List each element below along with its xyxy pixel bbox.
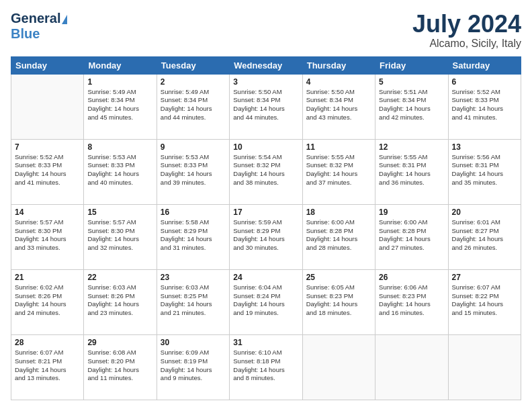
calendar-cell: 16Sunrise: 5:58 AM Sunset: 8:29 PM Dayli… (157, 204, 229, 269)
day-number: 7 (15, 142, 80, 152)
day-number: 18 (306, 208, 371, 217)
day-info: Sunrise: 5:52 AM Sunset: 8:33 PM Dayligh… (452, 88, 517, 122)
day-info: Sunrise: 5:56 AM Sunset: 8:31 PM Dayligh… (452, 153, 517, 187)
calendar-cell: 12Sunrise: 5:55 AM Sunset: 8:31 PM Dayli… (375, 139, 448, 204)
day-number: 20 (452, 208, 517, 217)
day-number: 28 (15, 338, 80, 347)
day-info: Sunrise: 5:50 AM Sunset: 8:34 PM Dayligh… (306, 88, 371, 122)
day-number: 26 (379, 273, 444, 282)
calendar-cell: 29Sunrise: 6:08 AM Sunset: 8:20 PM Dayli… (84, 334, 157, 400)
day-info: Sunrise: 6:07 AM Sunset: 8:22 PM Dayligh… (452, 283, 517, 318)
logo-general: General (11, 11, 60, 26)
calendar-header-saturday: Saturday (448, 56, 521, 74)
calendar-header-sunday: Sunday (11, 56, 84, 74)
day-info: Sunrise: 6:06 AM Sunset: 8:23 PM Dayligh… (379, 283, 444, 318)
day-info: Sunrise: 6:01 AM Sunset: 8:27 PM Dayligh… (452, 218, 517, 253)
calendar-cell: 8Sunrise: 5:53 AM Sunset: 8:33 PM Daylig… (84, 139, 157, 204)
day-info: Sunrise: 5:58 AM Sunset: 8:29 PM Dayligh… (161, 218, 226, 253)
day-info: Sunrise: 5:52 AM Sunset: 8:33 PM Dayligh… (15, 153, 80, 187)
calendar-week-row: 28Sunrise: 6:07 AM Sunset: 8:21 PM Dayli… (11, 334, 521, 400)
calendar-cell: 21Sunrise: 6:02 AM Sunset: 8:26 PM Dayli… (11, 269, 84, 334)
calendar-cell: 25Sunrise: 6:05 AM Sunset: 8:23 PM Dayli… (302, 269, 375, 334)
calendar-header-tuesday: Tuesday (157, 56, 229, 74)
day-info: Sunrise: 5:50 AM Sunset: 8:34 PM Dayligh… (233, 88, 298, 122)
day-number: 2 (161, 77, 226, 87)
day-info: Sunrise: 6:10 AM Sunset: 8:18 PM Dayligh… (233, 349, 298, 383)
calendar-cell: 7Sunrise: 5:52 AM Sunset: 8:33 PM Daylig… (11, 139, 84, 204)
day-info: Sunrise: 5:55 AM Sunset: 8:32 PM Dayligh… (306, 153, 371, 187)
day-info: Sunrise: 6:07 AM Sunset: 8:21 PM Dayligh… (15, 349, 80, 383)
day-number: 8 (87, 142, 152, 152)
logo: General Blue (11, 11, 67, 42)
calendar-cell: 13Sunrise: 5:56 AM Sunset: 8:31 PM Dayli… (448, 139, 521, 204)
logo-blue: Blue (11, 26, 40, 41)
calendar-cell (11, 74, 84, 139)
calendar-cell: 2Sunrise: 5:49 AM Sunset: 8:34 PM Daylig… (157, 74, 229, 139)
day-info: Sunrise: 6:00 AM Sunset: 8:28 PM Dayligh… (306, 218, 371, 253)
day-number: 13 (452, 142, 517, 152)
day-number: 12 (379, 142, 444, 152)
calendar-header-monday: Monday (84, 56, 157, 74)
calendar-week-row: 21Sunrise: 6:02 AM Sunset: 8:26 PM Dayli… (11, 269, 521, 334)
day-number: 23 (161, 273, 226, 282)
day-info: Sunrise: 5:49 AM Sunset: 8:34 PM Dayligh… (87, 88, 152, 122)
calendar-cell: 23Sunrise: 6:03 AM Sunset: 8:25 PM Dayli… (157, 269, 229, 334)
day-number: 9 (161, 142, 226, 152)
day-number: 22 (87, 273, 152, 282)
calendar-cell: 24Sunrise: 6:04 AM Sunset: 8:24 PM Dayli… (230, 269, 302, 334)
day-info: Sunrise: 6:08 AM Sunset: 8:20 PM Dayligh… (87, 349, 152, 383)
day-number: 3 (233, 77, 298, 87)
day-info: Sunrise: 5:53 AM Sunset: 8:33 PM Dayligh… (87, 153, 152, 187)
calendar-cell: 20Sunrise: 6:01 AM Sunset: 8:27 PM Dayli… (448, 204, 521, 269)
day-number: 14 (15, 208, 80, 217)
day-number: 6 (452, 77, 517, 87)
day-number: 29 (87, 338, 152, 347)
calendar-cell: 22Sunrise: 6:03 AM Sunset: 8:26 PM Dayli… (84, 269, 157, 334)
calendar-week-row: 7Sunrise: 5:52 AM Sunset: 8:33 PM Daylig… (11, 139, 521, 204)
day-info: Sunrise: 6:05 AM Sunset: 8:23 PM Dayligh… (306, 283, 371, 318)
day-info: Sunrise: 6:00 AM Sunset: 8:28 PM Dayligh… (379, 218, 444, 253)
calendar-cell: 4Sunrise: 5:50 AM Sunset: 8:34 PM Daylig… (302, 74, 375, 139)
calendar-cell (302, 334, 375, 400)
calendar-cell: 30Sunrise: 6:09 AM Sunset: 8:19 PM Dayli… (157, 334, 229, 400)
calendar-cell: 3Sunrise: 5:50 AM Sunset: 8:34 PM Daylig… (230, 74, 302, 139)
main-title: July 2024 (412, 11, 521, 38)
day-info: Sunrise: 5:54 AM Sunset: 8:32 PM Dayligh… (233, 153, 298, 187)
calendar-cell: 27Sunrise: 6:07 AM Sunset: 8:22 PM Dayli… (448, 269, 521, 334)
day-info: Sunrise: 5:55 AM Sunset: 8:31 PM Dayligh… (379, 153, 444, 187)
day-info: Sunrise: 5:57 AM Sunset: 8:30 PM Dayligh… (87, 218, 152, 253)
calendar-header-thursday: Thursday (302, 56, 375, 74)
calendar-week-row: 1Sunrise: 5:49 AM Sunset: 8:34 PM Daylig… (11, 74, 521, 139)
subtitle: Alcamo, Sicily, Italy (412, 38, 521, 50)
day-number: 1 (87, 77, 152, 87)
calendar-cell: 11Sunrise: 5:55 AM Sunset: 8:32 PM Dayli… (302, 139, 375, 204)
day-number: 24 (233, 273, 298, 282)
calendar-week-row: 14Sunrise: 5:57 AM Sunset: 8:30 PM Dayli… (11, 204, 521, 269)
day-number: 10 (233, 142, 298, 152)
day-info: Sunrise: 5:51 AM Sunset: 8:34 PM Dayligh… (379, 88, 444, 122)
calendar-cell: 28Sunrise: 6:07 AM Sunset: 8:21 PM Dayli… (11, 334, 84, 400)
calendar-cell: 6Sunrise: 5:52 AM Sunset: 8:33 PM Daylig… (448, 74, 521, 139)
day-number: 30 (161, 338, 226, 347)
day-info: Sunrise: 5:59 AM Sunset: 8:29 PM Dayligh… (233, 218, 298, 253)
day-info: Sunrise: 5:57 AM Sunset: 8:30 PM Dayligh… (15, 218, 80, 253)
page: General Blue July 2024 Alcamo, Sicily, I… (0, 0, 532, 411)
calendar-cell: 14Sunrise: 5:57 AM Sunset: 8:30 PM Dayli… (11, 204, 84, 269)
day-number: 15 (87, 208, 152, 217)
calendar-cell: 9Sunrise: 5:53 AM Sunset: 8:33 PM Daylig… (157, 139, 229, 204)
day-info: Sunrise: 6:09 AM Sunset: 8:19 PM Dayligh… (161, 349, 226, 383)
day-number: 5 (379, 77, 444, 87)
day-number: 11 (306, 142, 371, 152)
calendar-cell: 1Sunrise: 5:49 AM Sunset: 8:34 PM Daylig… (84, 74, 157, 139)
day-number: 27 (452, 273, 517, 282)
day-number: 16 (161, 208, 226, 217)
day-number: 19 (379, 208, 444, 217)
day-number: 31 (233, 338, 298, 347)
title-area: July 2024 Alcamo, Sicily, Italy (412, 11, 521, 50)
calendar-header-wednesday: Wednesday (230, 56, 302, 74)
calendar-table: SundayMondayTuesdayWednesdayThursdayFrid… (11, 56, 521, 400)
calendar-cell: 18Sunrise: 6:00 AM Sunset: 8:28 PM Dayli… (302, 204, 375, 269)
day-info: Sunrise: 5:49 AM Sunset: 8:34 PM Dayligh… (161, 88, 226, 122)
calendar-cell (448, 334, 521, 400)
calendar-cell (375, 334, 448, 400)
